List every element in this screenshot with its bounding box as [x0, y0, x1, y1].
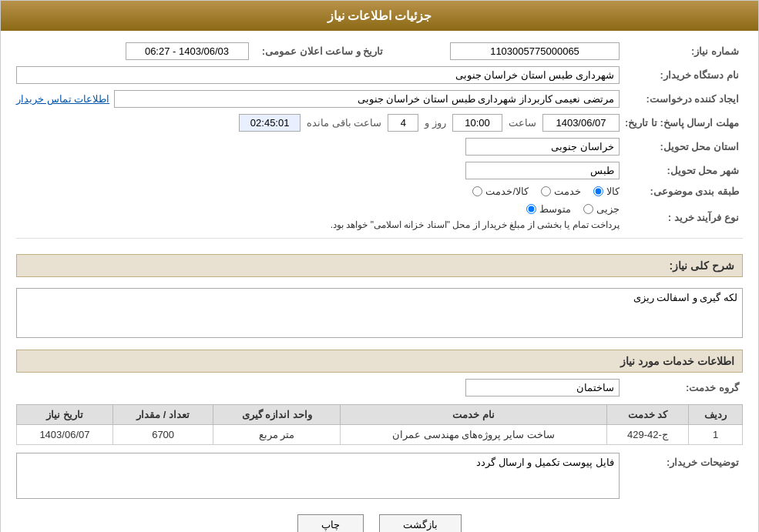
- process-description: پرداخت تمام یا بخشی از مبلغ خریدار از مح…: [331, 218, 620, 232]
- service-group-value-cell: [16, 379, 620, 396]
- process-motaset[interactable]: متوسط: [526, 203, 571, 215]
- deadline-label: مهلت ارسال پاسخ: تا تاریخ:: [620, 117, 743, 129]
- deadline-row: مهلت ارسال پاسخ: تا تاریخ: ساعت روز و سا…: [16, 114, 743, 132]
- process-label: نوع فرآیند خرید :: [620, 212, 743, 223]
- process-motaset-label: متوسط: [539, 203, 571, 215]
- category-kala-khidmat-label: کالا/خدمت: [485, 186, 529, 197]
- category-khidmat[interactable]: خدمت: [541, 186, 581, 197]
- description-section-title: شرح کلی نیاز:: [16, 254, 743, 277]
- page-title: جزئیات اطلاعات نیاز: [327, 9, 432, 22]
- table-header-row: ردیف کد خدمت نام خدمت واحد اندازه گیری ت…: [17, 405, 743, 425]
- page-wrapper: جزئیات اطلاعات نیاز شماره نیاز: تاریخ و …: [0, 0, 759, 532]
- process-row: نوع فرآیند خرید : متوسط جزیی پرداخت تمام…: [16, 203, 743, 232]
- col-code: کد خدمت: [606, 405, 688, 425]
- content-area: شماره نیاز: تاریخ و ساعت اعلان عمومی: نا…: [1, 31, 758, 532]
- col-quantity: تعداد / مقدار: [113, 405, 213, 425]
- services-title: اطلاعات خدمات مورد نیاز: [620, 355, 734, 367]
- description-container: لکه گیری و اسفالت ریزی: [16, 288, 743, 340]
- buyer-notes-textarea[interactable]: فایل پیوست تکمیل و ارسال گردد: [16, 453, 620, 499]
- time-label: ساعت: [509, 117, 536, 129]
- back-button[interactable]: بازگشت: [379, 514, 462, 532]
- description-label: شرح کلی نیاز:: [670, 259, 734, 272]
- buyer-org-label: نام دستگاه خریدار:: [620, 69, 743, 81]
- table-row: 1 ج-42-429 ساخت سایر پروژه‌های مهندسی عم…: [17, 425, 743, 445]
- services-section-title: اطلاعات خدمات مورد نیاز: [16, 350, 743, 373]
- creator-row: ایجاد کننده درخواست: اطلاعات تماس خریدار: [16, 90, 743, 108]
- category-khidmat-label: خدمت: [554, 186, 581, 197]
- city-input[interactable]: [465, 162, 620, 179]
- remaining-time-input[interactable]: [239, 114, 301, 132]
- response-date-input[interactable]: [542, 114, 620, 132]
- service-group-input[interactable]: [465, 379, 620, 396]
- creator-input[interactable]: [114, 90, 620, 108]
- process-jozi-radio[interactable]: [583, 204, 593, 214]
- service-group-label: گروه خدمت:: [620, 382, 743, 393]
- category-kala[interactable]: کالا: [593, 186, 620, 197]
- buyer-org-value-cell: [16, 66, 620, 84]
- category-radio-group: کالا/خدمت خدمت کالا: [472, 186, 620, 197]
- province-input[interactable]: [465, 138, 620, 156]
- services-table-section: ردیف کد خدمت نام خدمت واحد اندازه گیری ت…: [16, 404, 743, 445]
- buyer-notes-value-cell: فایل پیوست تکمیل و ارسال گردد: [16, 453, 620, 499]
- cell-quantity: 6700: [113, 425, 213, 445]
- category-value-cell: کالا/خدمت خدمت کالا: [16, 186, 620, 197]
- time-row: ساعت روز و ساعت باقی مانده: [239, 114, 620, 132]
- city-label: شهر محل تحویل:: [620, 165, 743, 176]
- description-row: شرح کلی نیاز:: [16, 245, 743, 282]
- cell-name: ساخت سایر پروژه‌های مهندسی عمران: [340, 425, 606, 445]
- creator-value-cell: اطلاعات تماس خریدار: [16, 90, 620, 108]
- category-kala-radio[interactable]: [593, 186, 603, 196]
- page-header: جزئیات اطلاعات نیاز: [1, 1, 758, 31]
- announce-input[interactable]: [126, 42, 249, 60]
- province-row: استان محل تحویل:: [16, 138, 743, 156]
- col-date: تاریخ نیاز: [17, 405, 113, 425]
- remaining-label: ساعت باقی مانده: [307, 117, 381, 129]
- province-value-cell: [16, 138, 620, 156]
- need-number-value-cell: [388, 42, 620, 60]
- category-label: طبقه بندی موضوعی:: [620, 186, 743, 197]
- col-name: نام خدمت: [340, 405, 606, 425]
- process-radio-group: متوسط جزیی: [526, 203, 620, 215]
- buyer-notes-label: توضیحات خریدار:: [620, 453, 743, 468]
- category-kala-khidmat-radio[interactable]: [472, 186, 482, 196]
- process-value-cell: متوسط جزیی پرداخت تمام یا بخشی از مبلغ خ…: [16, 203, 620, 232]
- print-button[interactable]: چاپ: [297, 514, 364, 532]
- contact-link[interactable]: اطلاعات تماس خریدار: [16, 93, 109, 105]
- response-time-input[interactable]: [452, 114, 502, 132]
- buyer-org-input[interactable]: [16, 66, 620, 84]
- city-value-cell: [16, 162, 620, 179]
- process-jozi-label: جزیی: [596, 203, 620, 215]
- category-khidmat-radio[interactable]: [541, 186, 551, 196]
- service-group-row: گروه خدمت:: [16, 379, 743, 396]
- creator-label: ایجاد کننده درخواست:: [620, 93, 743, 105]
- process-jozi[interactable]: جزیی: [583, 203, 620, 215]
- announce-label: تاریخ و ساعت اعلان عمومی:: [249, 45, 388, 57]
- need-number-label: شماره نیاز:: [620, 45, 743, 57]
- category-kala-label: کالا: [606, 186, 620, 197]
- province-label: استان محل تحویل:: [620, 141, 743, 152]
- cell-date: 1403/06/07: [17, 425, 113, 445]
- city-row: شهر محل تحویل:: [16, 162, 743, 179]
- col-row: ردیف: [689, 405, 743, 425]
- category-row: طبقه بندی موضوعی: کالا/خدمت خدمت کالا: [16, 186, 743, 197]
- days-label: روز و: [425, 117, 446, 129]
- cell-unit: متر مربع: [213, 425, 341, 445]
- category-kala-khidmat[interactable]: کالا/خدمت: [472, 186, 529, 197]
- process-motaset-radio[interactable]: [526, 204, 536, 214]
- col-unit: واحد اندازه گیری: [213, 405, 341, 425]
- cell-row: 1: [689, 425, 743, 445]
- buyer-notes-row: توضیحات خریدار: فایل پیوست تکمیل و ارسال…: [16, 453, 743, 499]
- need-number-input[interactable]: [450, 42, 620, 60]
- announce-value-cell: [16, 42, 249, 60]
- services-table: ردیف کد خدمت نام خدمت واحد اندازه گیری ت…: [16, 404, 743, 445]
- button-row: بازگشت چاپ: [16, 514, 743, 532]
- description-textarea[interactable]: لکه گیری و اسفالت ریزی: [16, 288, 743, 338]
- response-days-input[interactable]: [388, 114, 418, 132]
- cell-code: ج-42-429: [606, 425, 688, 445]
- need-number-row: شماره نیاز: تاریخ و ساعت اعلان عمومی:: [16, 42, 743, 60]
- buyer-org-row: نام دستگاه خریدار:: [16, 66, 743, 84]
- deadline-value-cell: ساعت روز و ساعت باقی مانده: [16, 114, 620, 132]
